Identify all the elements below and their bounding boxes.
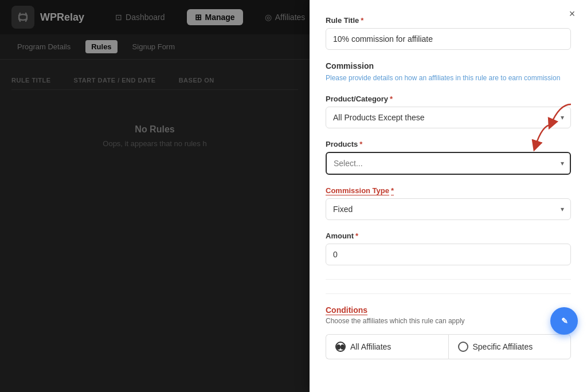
product-category-label: Product/Category * <box>326 95 571 103</box>
products-group: Products * ▾ <box>326 140 571 175</box>
fab-button[interactable]: ✎ <box>550 307 578 335</box>
commission-title: Commission <box>326 61 571 70</box>
rule-title-input[interactable] <box>326 28 571 50</box>
commission-type-group: Commission Type * Fixed Percentage ▾ <box>326 186 571 220</box>
radio-circle-all <box>335 342 346 352</box>
rule-title-group: Rule Title * <box>326 16 571 50</box>
conditions-section: Conditions Choose the affiliates which t… <box>326 293 571 359</box>
commission-type-label: Commission Type * <box>326 186 571 195</box>
amount-label: Amount * <box>326 232 571 240</box>
conditions-desc: Choose the affiliates which this rule ca… <box>326 317 571 325</box>
conditions-title: Conditions <box>326 305 571 315</box>
svg-text:✎: ✎ <box>561 316 568 326</box>
radio-label-all: All Affiliates <box>350 342 391 351</box>
modal: × Rule Title * Commission Please provide… <box>310 0 587 392</box>
rule-title-label: Rule Title * <box>326 16 571 25</box>
amount-group: Amount * <box>326 232 571 265</box>
close-button[interactable]: × <box>565 7 579 21</box>
products-label: Products * <box>326 140 571 148</box>
radio-all-affiliates[interactable]: All Affiliates <box>326 334 448 359</box>
commission-type-wrapper: Fixed Percentage ▾ <box>326 198 571 220</box>
radio-label-specific: Specific Affiliates <box>473 342 533 351</box>
product-category-select[interactable]: All Products All Products Except these S… <box>326 107 571 128</box>
radio-specific-affiliates[interactable]: Specific Affiliates <box>448 334 572 359</box>
product-category-wrapper: All Products All Products Except these S… <box>326 107 571 128</box>
section-divider <box>326 279 571 280</box>
commission-desc: Please provide details on how an affilia… <box>326 73 571 83</box>
commission-section: Commission Please provide details on how… <box>326 61 571 83</box>
radio-group: All Affiliates Specific Affiliates <box>326 334 571 359</box>
amount-input[interactable] <box>326 244 571 265</box>
product-category-group: Product/Category * All Products All Prod… <box>326 95 571 128</box>
commission-type-select[interactable]: Fixed Percentage <box>326 198 571 220</box>
modal-content: Rule Title * Commission Please provide d… <box>310 0 587 392</box>
products-wrapper: ▾ <box>326 152 571 175</box>
radio-circle-specific <box>458 342 468 352</box>
products-select[interactable] <box>326 152 571 175</box>
